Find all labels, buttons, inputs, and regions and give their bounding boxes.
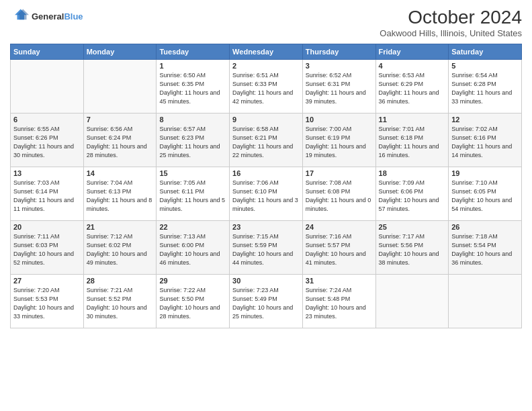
calendar-cell: 31Sunrise: 7:24 AMSunset: 5:48 PMDayligh… [302,275,375,328]
header-row: Sunday Monday Tuesday Wednesday Thursday… [11,44,522,60]
day-info-line: Daylight: 10 hours and 41 minutes. [306,250,366,266]
day-info-line: Sunrise: 7:21 AM [87,287,133,293]
day-number: 12 [451,116,519,124]
day-info-line: Sunset: 6:19 PM [306,134,351,141]
day-info-line: Sunset: 6:02 PM [87,242,132,248]
day-info-line: Sunset: 6:00 PM [159,242,204,248]
day-number: 24 [306,223,373,231]
day-info-line: Sunset: 6:03 PM [13,242,58,248]
day-number: 18 [379,169,446,177]
day-info-line: Sunrise: 7:20 AM [13,287,60,293]
day-info-line: Daylight: 10 hours and 33 minutes. [13,304,74,320]
calendar-cell: 3Sunrise: 6:52 AMSunset: 6:31 PMDaylight… [302,60,375,113]
calendar-cell [449,275,522,328]
col-wednesday: Wednesday [230,44,303,60]
day-info-line: Sunset: 6:13 PM [87,188,132,195]
day-number: 15 [159,169,226,177]
day-info-line: Daylight: 11 hours and 30 minutes. [13,143,74,158]
day-number: 4 [379,62,446,70]
day-info-line: Daylight: 10 hours and 36 minutes. [451,250,512,266]
day-info: Sunrise: 6:58 AMSunset: 6:21 PMDaylight:… [232,125,300,160]
day-info-line: Daylight: 11 hours and 14 minutes. [451,143,512,158]
calendar-cell: 8Sunrise: 6:57 AMSunset: 6:23 PMDaylight… [157,113,230,167]
day-info-line: Daylight: 10 hours and 46 minutes. [159,250,220,266]
day-info: Sunrise: 6:57 AMSunset: 6:23 PMDaylight:… [159,125,226,160]
day-info-line: Sunrise: 6:58 AM [232,126,279,132]
calendar-cell: 1Sunrise: 6:50 AMSunset: 6:35 PMDaylight… [157,60,230,113]
day-number: 13 [13,169,81,177]
day-number: 8 [159,116,226,124]
calendar-cell [83,60,157,113]
day-info: Sunrise: 6:56 AMSunset: 6:24 PMDaylight:… [87,125,154,160]
logo-text: GeneralBlue [32,11,83,21]
calendar-cell: 4Sunrise: 6:53 AMSunset: 6:29 PMDaylight… [375,60,449,113]
calendar-cell: 20Sunrise: 7:11 AMSunset: 6:03 PMDayligh… [11,221,84,275]
col-monday: Monday [83,44,157,60]
day-number: 23 [232,223,300,231]
day-number: 20 [13,223,81,231]
day-info: Sunrise: 6:55 AMSunset: 6:26 PMDaylight:… [13,125,81,160]
day-info-line: Sunset: 6:14 PM [13,188,58,195]
day-info-line: Sunrise: 7:16 AM [306,233,352,240]
calendar-cell: 26Sunrise: 7:18 AMSunset: 5:54 PMDayligh… [449,221,522,275]
calendar-cell: 27Sunrise: 7:20 AMSunset: 5:53 PMDayligh… [11,275,84,328]
day-info: Sunrise: 7:01 AMSunset: 6:18 PMDaylight:… [379,125,446,160]
calendar-cell: 21Sunrise: 7:12 AMSunset: 6:02 PMDayligh… [83,221,157,275]
day-info-line: Sunset: 6:23 PM [159,134,204,141]
day-info-line: Sunset: 6:16 PM [451,134,496,141]
day-number: 28 [87,277,154,285]
col-friday: Friday [375,44,449,60]
logo: GeneralBlue [10,7,83,26]
day-info: Sunrise: 7:02 AMSunset: 6:16 PMDaylight:… [451,125,519,160]
day-info-line: Sunset: 6:35 PM [159,81,204,87]
day-info-line: Sunrise: 6:53 AM [379,72,425,79]
day-info-line: Sunset: 6:11 PM [159,188,204,195]
day-info-line: Daylight: 10 hours and 38 minutes. [379,250,439,266]
day-info: Sunrise: 7:03 AMSunset: 6:14 PMDaylight:… [13,179,81,214]
calendar-cell: 5Sunrise: 6:54 AMSunset: 6:28 PMDaylight… [449,60,522,113]
day-info-line: Sunset: 6:21 PM [232,134,277,141]
day-info-line: Sunset: 6:29 PM [379,81,424,87]
day-info-line: Daylight: 11 hours and 33 minutes. [451,89,512,105]
day-info-line: Sunrise: 7:23 AM [232,287,279,293]
day-info-line: Daylight: 10 hours and 23 minutes. [306,304,366,320]
day-info: Sunrise: 6:54 AMSunset: 6:28 PMDaylight:… [451,71,519,106]
day-info: Sunrise: 7:18 AMSunset: 5:54 PMDaylight:… [451,232,519,267]
day-info-line: Sunset: 5:50 PM [159,295,204,302]
day-info-line: Sunset: 6:28 PM [451,81,496,87]
day-number: 1 [159,62,226,70]
day-info-line: Daylight: 11 hours and 3 minutes. [232,197,298,212]
day-info-line: Sunrise: 6:54 AM [451,72,498,79]
day-info: Sunrise: 7:20 AMSunset: 5:53 PMDaylight:… [13,286,81,321]
day-info-line: Sunset: 5:59 PM [232,242,277,248]
day-number: 9 [232,116,300,124]
day-info-line: Sunset: 5:53 PM [13,295,58,302]
day-info-line: Sunrise: 7:11 AM [13,233,60,240]
calendar-table: Sunday Monday Tuesday Wednesday Thursday… [10,44,522,328]
day-info-line: Sunrise: 7:15 AM [232,233,279,240]
day-info-line: Sunrise: 6:55 AM [13,126,60,132]
day-number: 7 [87,116,154,124]
day-info-line: Sunrise: 6:52 AM [306,72,352,79]
day-info-line: Daylight: 10 hours and 49 minutes. [87,250,147,266]
day-info-line: Sunset: 5:54 PM [451,242,496,248]
calendar-cell: 10Sunrise: 7:00 AMSunset: 6:19 PMDayligh… [302,113,375,167]
day-info-line: Sunset: 6:18 PM [379,134,424,141]
day-info-line: Daylight: 11 hours and 42 minutes. [232,89,293,105]
calendar-cell: 9Sunrise: 6:58 AMSunset: 6:21 PMDaylight… [230,113,303,167]
day-info-line: Daylight: 10 hours and 28 minutes. [159,304,220,320]
day-number: 5 [451,62,519,70]
day-info-line: Daylight: 11 hours and 5 minutes. [159,197,225,212]
day-info: Sunrise: 7:21 AMSunset: 5:52 PMDaylight:… [87,286,154,321]
header: GeneralBlue October 2024 Oakwood Hills, … [10,7,522,38]
day-info-line: Daylight: 11 hours and 22 minutes. [232,143,293,158]
day-info-line: Daylight: 11 hours and 8 minutes. [87,197,152,212]
day-info-line: Sunset: 6:26 PM [13,134,58,141]
day-info-line: Daylight: 10 hours and 52 minutes. [13,250,74,266]
calendar-cell [375,275,449,328]
day-number: 21 [87,223,154,231]
calendar-cell: 12Sunrise: 7:02 AMSunset: 6:16 PMDayligh… [449,113,522,167]
calendar-cell: 14Sunrise: 7:04 AMSunset: 6:13 PMDayligh… [83,167,157,221]
day-info-line: Sunset: 5:56 PM [379,242,424,248]
calendar-week-3: 13Sunrise: 7:03 AMSunset: 6:14 PMDayligh… [11,167,522,221]
